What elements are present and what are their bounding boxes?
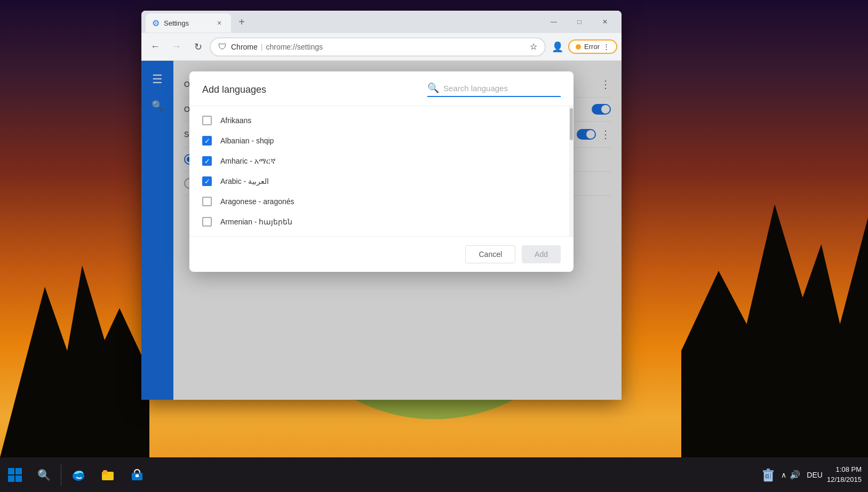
language-item-1[interactable]: Albanian - shqip bbox=[189, 131, 569, 151]
nav-right-buttons: 👤 Error ⋮ bbox=[548, 37, 617, 57]
dialog-footer: Cancel Add bbox=[189, 236, 574, 272]
lang-name-3: Arabic - العربية bbox=[220, 177, 269, 185]
lang-name-0: Afrikaans bbox=[220, 116, 251, 125]
checkbox-0[interactable] bbox=[202, 116, 212, 125]
address-path: chrome://settings bbox=[266, 43, 323, 51]
taskbar-explorer-button[interactable] bbox=[93, 457, 122, 492]
nav-bar: ← → ↻ 🛡 Chrome | chrome://settings ☆ 👤 E… bbox=[141, 33, 622, 61]
refresh-button[interactable]: ↻ bbox=[188, 37, 208, 57]
chevron-up-icon[interactable]: ∧ bbox=[781, 471, 786, 479]
dialog-scrollbar[interactable] bbox=[569, 106, 574, 236]
language-item-4[interactable]: Aragonese - aragonés bbox=[189, 191, 569, 212]
svg-rect-15 bbox=[767, 469, 770, 471]
settings-tab-icon: ⚙ bbox=[152, 18, 160, 28]
window-controls: — □ ✕ bbox=[541, 13, 617, 30]
bookmark-icon[interactable]: ☆ bbox=[530, 42, 537, 52]
browser-window: ⚙ Settings × + — □ ✕ ← → ↻ 🛡 Chrome | ch… bbox=[141, 11, 622, 400]
svg-rect-12 bbox=[136, 474, 139, 477]
dialog-title: Add languages bbox=[202, 84, 266, 95]
lang-name-4: Aragonese - aragonés bbox=[220, 197, 294, 206]
taskbar-time: 1:08 PM 12/18/2015 bbox=[827, 465, 862, 484]
address-bar-icon: 🛡 bbox=[218, 42, 227, 52]
trees-left-decoration bbox=[0, 244, 149, 457]
taskbar: 🔍 bbox=[0, 457, 868, 492]
checkbox-4[interactable] bbox=[202, 197, 212, 206]
checkbox-5[interactable] bbox=[202, 217, 212, 227]
svg-text:♻: ♻ bbox=[765, 473, 769, 479]
taskbar-tray: ♻ ∧ 🔊 DEU 1:08 PM 12/18/2015 bbox=[760, 465, 868, 484]
explorer-icon bbox=[100, 467, 115, 482]
checkbox-2[interactable] bbox=[202, 156, 212, 166]
start-button[interactable] bbox=[0, 457, 29, 492]
lang-name-2: Amharic - አማርኛ bbox=[220, 157, 276, 166]
forward-button[interactable]: → bbox=[167, 37, 186, 57]
search-languages-input[interactable] bbox=[443, 84, 561, 93]
back-button[interactable]: ← bbox=[146, 37, 165, 57]
dialog-overlay: Add languages 🔍 AfrikaansAlbanian - shqi… bbox=[141, 61, 622, 400]
desktop: ⚙ Settings × + — □ ✕ ← → ↻ 🛡 Chrome | ch… bbox=[0, 0, 868, 492]
date-display: 12/18/2015 bbox=[827, 475, 862, 485]
error-indicator bbox=[576, 44, 581, 50]
add-button[interactable]: Add bbox=[522, 245, 561, 263]
add-languages-dialog: Add languages 🔍 AfrikaansAlbanian - shqi… bbox=[189, 71, 574, 272]
language-list: AfrikaansAlbanian - shqipAmharic - አማርኛA… bbox=[189, 106, 569, 236]
windows-logo bbox=[7, 467, 22, 482]
trees-right-decoration bbox=[681, 191, 868, 457]
error-label: Error bbox=[584, 43, 600, 51]
close-button[interactable]: ✕ bbox=[593, 13, 617, 30]
language-item-5[interactable]: Armenian - հայերեն bbox=[189, 212, 569, 232]
profile-button[interactable]: 👤 bbox=[548, 37, 567, 57]
taskbar-store-button[interactable] bbox=[122, 457, 152, 492]
svg-rect-6 bbox=[15, 475, 22, 482]
svg-rect-4 bbox=[15, 468, 22, 474]
maximize-button[interactable]: □ bbox=[567, 13, 592, 30]
language-item-2[interactable]: Amharic - አማርኛ bbox=[189, 151, 569, 171]
dialog-header: Add languages 🔍 bbox=[189, 71, 574, 106]
svg-rect-10 bbox=[103, 470, 107, 473]
speaker-icon[interactable]: 🔊 bbox=[790, 470, 800, 480]
taskbar-divider-1 bbox=[61, 464, 61, 486]
checkbox-1[interactable] bbox=[202, 136, 212, 146]
minimize-button[interactable]: — bbox=[541, 13, 566, 30]
svg-rect-5 bbox=[8, 475, 14, 482]
taskbar-search-button[interactable]: 🔍 bbox=[29, 457, 59, 492]
error-chevron-icon: ⋮ bbox=[603, 43, 610, 51]
dialog-search[interactable]: 🔍 bbox=[427, 82, 561, 97]
title-bar: ⚙ Settings × + — □ ✕ bbox=[141, 11, 622, 33]
time-display: 1:08 PM bbox=[827, 465, 862, 474]
edge-icon bbox=[71, 467, 86, 482]
recycle-bin-icon[interactable]: ♻ bbox=[760, 466, 777, 483]
browser-tab[interactable]: ⚙ Settings × bbox=[146, 13, 231, 33]
dialog-search-icon: 🔍 bbox=[427, 82, 439, 94]
browser-content: ☰ 🔍 Orde ⋮ Offe Spe ⋮ bbox=[141, 61, 622, 400]
store-icon bbox=[130, 467, 145, 482]
new-tab-button[interactable]: + bbox=[233, 13, 250, 30]
lang-name-5: Armenian - հայերեն bbox=[220, 217, 292, 226]
recycle-bin-svg: ♻ bbox=[762, 467, 775, 482]
language-item-3[interactable]: Arabic - العربية bbox=[189, 171, 569, 191]
cancel-button[interactable]: Cancel bbox=[465, 245, 515, 263]
svg-rect-3 bbox=[8, 468, 14, 474]
address-bar-text: Chrome | chrome://settings bbox=[231, 43, 525, 51]
error-button[interactable]: Error ⋮ bbox=[568, 39, 617, 54]
search-icon: 🔍 bbox=[37, 469, 51, 481]
address-separator: | bbox=[261, 43, 263, 51]
lang-name-1: Albanian - shqip bbox=[220, 136, 274, 145]
address-bar[interactable]: 🛡 Chrome | chrome://settings ☆ bbox=[210, 37, 546, 57]
tray-icons: ∧ 🔊 bbox=[781, 470, 800, 480]
tab-title: Settings bbox=[164, 19, 210, 27]
language-item-0[interactable]: Afrikaans bbox=[189, 110, 569, 131]
taskbar-edge-button[interactable] bbox=[63, 457, 93, 492]
tab-close-button[interactable]: × bbox=[214, 18, 225, 28]
address-domain: Chrome bbox=[231, 43, 258, 51]
scrollbar-thumb bbox=[570, 108, 573, 140]
language-indicator: DEU bbox=[807, 471, 823, 479]
checkbox-3[interactable] bbox=[202, 176, 212, 186]
